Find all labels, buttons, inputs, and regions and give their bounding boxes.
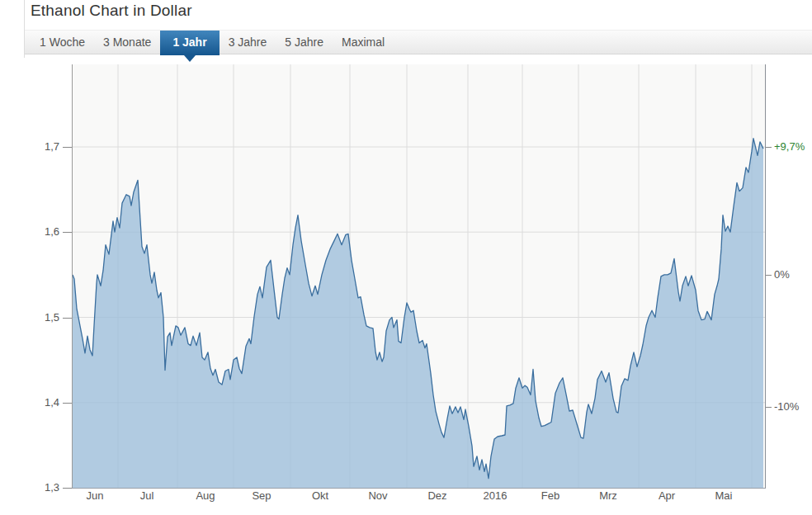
plot-area <box>72 64 766 489</box>
x-axis-month-label: 2016 <box>469 489 522 502</box>
x-axis-month-label: Mrz <box>582 489 635 502</box>
y-axis-label: 1,5 <box>21 311 59 324</box>
y-axis-tick <box>63 232 72 233</box>
y-axis-tick <box>63 488 72 489</box>
y-axis-label: 1,3 <box>21 481 59 494</box>
right-axis-label: 0% <box>774 268 790 281</box>
x-axis-month-label: Jun <box>68 489 121 502</box>
price-area-chart <box>73 64 765 488</box>
percent-change-label: +9,7% <box>774 140 805 154</box>
y-axis-label: 1,6 <box>21 225 59 239</box>
x-axis-month-label: Dez <box>411 489 464 502</box>
right-axis-tick <box>766 275 772 276</box>
x-axis-month-label: Aug <box>179 489 232 502</box>
right-axis-tick <box>766 407 772 408</box>
x-axis-month-label: Mai <box>697 489 750 502</box>
right-axis-tick <box>766 147 772 148</box>
y-axis-tick <box>63 147 72 148</box>
page: Ethanol Chart in Dollar 1 Woche3 Monate1… <box>0 0 812 515</box>
y-axis-label: 1,4 <box>21 396 59 409</box>
x-axis-month-label: Feb <box>524 489 577 502</box>
price-area-fill <box>73 139 763 488</box>
y-axis-label: 1,7 <box>21 140 59 154</box>
y-axis-tick <box>63 318 72 319</box>
chart-area: 1,71,61,51,41,3+9,7%0%-10%JunJulAugSepOk… <box>0 0 812 515</box>
x-axis-month-label: Apr <box>640 489 693 502</box>
right-axis-label: -10% <box>774 400 799 413</box>
x-axis-month-label: Sep <box>235 489 288 502</box>
x-axis-month-label: Jul <box>120 489 173 502</box>
y-axis-tick <box>63 403 72 404</box>
x-axis-month-label: Nov <box>352 489 404 502</box>
x-axis-month-label: Okt <box>294 489 347 502</box>
